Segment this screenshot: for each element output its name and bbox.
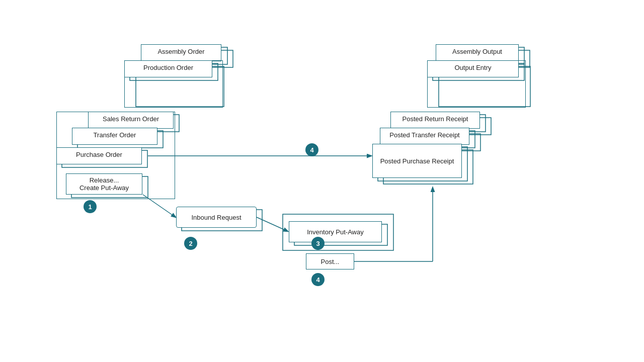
step-badge-3: 3 [311,237,325,250]
production-order-label: Production Order [143,64,193,71]
posted-return-receipt-label: Posted Return Receipt [403,115,468,123]
posted-purchase-receipt-box: Posted Purchase Receipt [372,144,462,178]
post-button-box[interactable]: Post... [306,253,354,269]
sales-return-order-label: Sales Return Order [103,115,159,123]
assembly-output-box: Assembly Output [436,44,519,61]
assembly-order-box: Assembly Order [141,44,221,61]
transfer-order-label: Transfer Order [94,131,136,139]
step-badge-2: 2 [184,237,197,250]
inbound-request-label: Inbound Request [191,214,241,221]
sales-return-order-box: Sales Return Order [88,112,174,129]
inventory-putaway-box: Inventory Put-Away [289,221,382,242]
purchase-order-label: Purchase Order [76,151,122,158]
posted-purchase-receipt-label: Posted Purchase Receipt [380,157,454,165]
diagram-container: Assembly Order Production Order Assembly… [0,0,644,362]
production-order-box: Production Order [124,60,212,77]
transfer-order-box: Transfer Order [72,128,157,145]
output-entry-label: Output Entry [455,64,492,71]
create-putaway-label: Create Put-Away [79,184,129,192]
step-badge-1: 1 [84,200,97,213]
assembly-output-label: Assembly Output [452,48,502,55]
output-entry-box: Output Entry [427,60,519,77]
step-badge-4-top: 4 [305,143,318,156]
assembly-order-label: Assembly Order [157,48,204,55]
inbound-request-box: Inbound Request [176,207,257,228]
svg-line-21 [143,195,176,217]
release-label: Release... [90,176,119,184]
release-create-box: Release... Create Put-Away [66,173,142,195]
purchase-order-box: Purchase Order [56,147,142,164]
posted-transfer-receipt-label: Posted Transfer Receipt [389,131,459,139]
posted-transfer-receipt-box: Posted Transfer Receipt [380,128,469,145]
posted-return-receipt-box: Posted Return Receipt [390,112,480,129]
post-button-label: Post... [321,258,340,265]
step-badge-4-bot: 4 [311,273,325,286]
inventory-putaway-label: Inventory Put-Away [307,228,363,236]
svg-line-22 [257,217,288,231]
